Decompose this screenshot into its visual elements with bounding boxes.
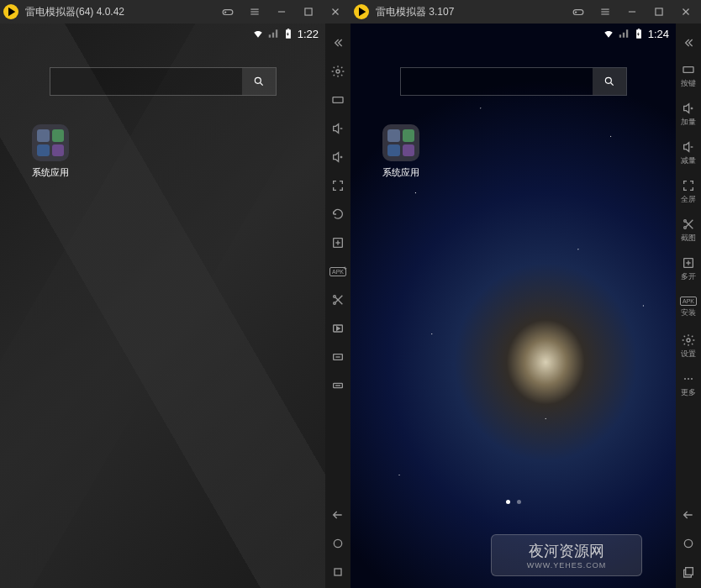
window-title: 雷电模拟器(64) 4.0.42 — [25, 5, 124, 19]
wifi-icon — [252, 28, 264, 39]
titlebar-left: 雷电模拟器(64) 4.0.42 — [0, 0, 350, 24]
search-bar[interactable] — [400, 67, 627, 96]
gamepad-icon[interactable] — [567, 0, 590, 24]
multi-instance-button[interactable]: 多开 — [676, 252, 701, 286]
battery-icon — [282, 28, 294, 39]
emulator-right: 雷电模拟器 3.107 1:24 — [350, 0, 701, 588]
status-bar: 1:22 — [252, 24, 325, 44]
svg-point-25 — [334, 302, 336, 305]
expand-icon[interactable] — [676, 30, 701, 55]
page-indicator — [506, 500, 521, 504]
phone-screen-left[interactable]: 1:22 系统应用 — [0, 24, 325, 588]
svg-rect-15 — [333, 97, 343, 103]
rotate-icon[interactable] — [325, 202, 350, 227]
svg-point-49 — [605, 77, 611, 83]
more-icon[interactable] — [325, 373, 350, 398]
close-button[interactable] — [324, 0, 347, 24]
svg-point-33 — [338, 386, 339, 386]
page-dot-active — [506, 500, 510, 504]
svg-point-63 — [684, 378, 686, 380]
app-label: 系统应用 — [382, 166, 419, 179]
svg-point-65 — [691, 378, 693, 380]
app-folder-system[interactable]: 系统应用 — [25, 124, 76, 179]
search-input[interactable] — [401, 68, 593, 95]
logo-icon — [3, 4, 18, 19]
svg-point-62 — [687, 339, 690, 342]
status-time: 1:22 — [298, 28, 319, 40]
minimize-button[interactable] — [620, 0, 644, 24]
svg-rect-44 — [656, 8, 662, 15]
watermark: 夜河资源网 WWW.YEHES.COM — [491, 534, 642, 576]
svg-point-35 — [334, 539, 341, 547]
svg-point-56 — [684, 226, 687, 228]
home-icon[interactable] — [325, 531, 350, 556]
back-icon[interactable] — [325, 502, 350, 528]
volume-down-button[interactable]: 减量 — [676, 136, 701, 170]
script-icon[interactable] — [325, 344, 350, 370]
svg-line-13 — [260, 83, 262, 86]
fullscreen-icon[interactable] — [325, 173, 350, 198]
svg-rect-0 — [223, 10, 233, 15]
close-button[interactable] — [674, 0, 698, 24]
signal-icon — [618, 28, 630, 39]
install-apk-button[interactable]: APK 安装 — [676, 291, 701, 324]
minimize-button[interactable] — [270, 0, 293, 24]
back-icon[interactable] — [676, 502, 701, 528]
gamepad-icon[interactable] — [216, 0, 240, 24]
volume-up-icon[interactable] — [325, 144, 350, 170]
svg-point-12 — [255, 77, 261, 83]
app-folder-system[interactable]: 系统应用 — [376, 124, 426, 179]
status-time: 1:24 — [648, 28, 669, 40]
svg-point-14 — [336, 70, 340, 73]
volume-up-button[interactable]: 加量 — [676, 97, 701, 131]
phone-screen-right[interactable]: 1:24 系统应用 — [350, 24, 676, 588]
record-icon[interactable] — [325, 316, 350, 341]
signal-icon — [267, 28, 279, 39]
add-box-icon[interactable] — [325, 230, 350, 255]
home-icon[interactable] — [676, 531, 701, 556]
battery-icon — [633, 28, 645, 39]
svg-point-24 — [334, 296, 336, 298]
page-dot — [517, 500, 521, 504]
hamburger-menu-icon[interactable] — [243, 0, 266, 24]
svg-rect-51 — [683, 66, 693, 72]
scissors-icon[interactable] — [325, 287, 350, 312]
window-title: 雷电模拟器 3.107 — [376, 5, 454, 19]
maximize-button[interactable] — [297, 0, 320, 24]
titlebar-right: 雷电模拟器 3.107 — [350, 0, 701, 24]
recents-icon[interactable] — [676, 559, 701, 585]
search-bar[interactable] — [50, 67, 277, 96]
svg-rect-36 — [335, 569, 341, 575]
more-button[interactable]: 更多 — [676, 368, 701, 402]
sidebar-right: 按键 加量 减量 全屏 截图 多开 APK — [676, 24, 701, 588]
apk-install-icon[interactable]: APK+ — [325, 259, 350, 284]
settings-button[interactable]: 设置 — [676, 329, 701, 363]
volume-down-icon[interactable] — [325, 116, 350, 141]
app-label: 系统应用 — [32, 166, 69, 179]
watermark-url: WWW.YEHES.COM — [527, 561, 607, 570]
svg-rect-11 — [287, 29, 289, 29]
hamburger-menu-icon[interactable] — [593, 0, 617, 24]
screenshot-button[interactable]: 截图 — [676, 213, 701, 247]
expand-icon[interactable] — [325, 30, 350, 55]
fullscreen-button[interactable]: 全屏 — [676, 175, 701, 208]
wifi-icon — [603, 28, 614, 39]
apk-icon: APK — [680, 297, 697, 306]
status-bar: 1:24 — [603, 24, 676, 44]
svg-rect-48 — [638, 29, 640, 29]
svg-point-66 — [684, 539, 692, 547]
svg-rect-67 — [686, 568, 693, 575]
search-button[interactable] — [593, 68, 626, 95]
maximize-button[interactable] — [647, 0, 671, 24]
search-button[interactable] — [242, 68, 276, 95]
recents-icon[interactable] — [325, 559, 350, 585]
search-input[interactable] — [50, 68, 242, 95]
keyboard-button[interactable]: 按键 — [676, 59, 701, 92]
keyboard-icon[interactable] — [325, 87, 350, 113]
svg-rect-7 — [305, 8, 312, 15]
logo-icon — [354, 4, 369, 19]
svg-point-34 — [340, 386, 340, 386]
settings-gear-icon[interactable] — [325, 59, 350, 84]
svg-point-55 — [684, 219, 687, 222]
svg-point-32 — [336, 386, 337, 386]
